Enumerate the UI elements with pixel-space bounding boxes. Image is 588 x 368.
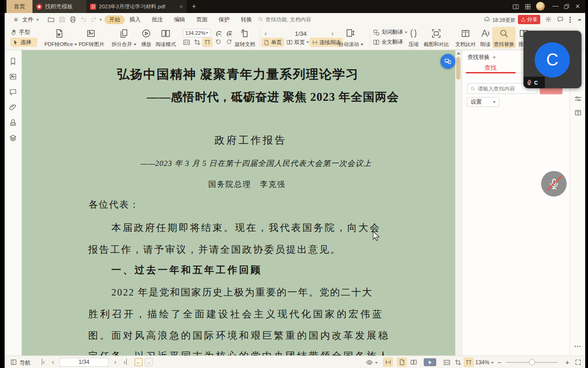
statusbar-fit-page-icon[interactable] (454, 359, 462, 366)
split-merge-button[interactable]: 拆分合并 (110, 41, 137, 48)
prev-page-button[interactable]: ‹ (52, 359, 54, 365)
tab-docer[interactable]: 找稻壳模板 (32, 0, 86, 13)
zoom-plus-button[interactable]: + (565, 358, 569, 366)
statusbar-double-page-icon[interactable] (410, 359, 417, 366)
new-tab-button[interactable]: + (189, 2, 199, 11)
auto-scroll-button[interactable]: 自动滚动 (338, 41, 364, 48)
actual-size-icon[interactable] (183, 39, 190, 46)
compress-button[interactable]: 压缩 (408, 41, 419, 48)
history-back-button[interactable]: ← (135, 358, 142, 366)
first-page-button[interactable]: ‹ (42, 359, 45, 365)
hand-tool-button[interactable]: 手型 (10, 28, 30, 36)
next-page-button[interactable]: › (114, 359, 116, 365)
save-icon[interactable] (58, 16, 66, 23)
feedback-comment-icon[interactable] (557, 16, 564, 23)
zoom-minus-button[interactable]: − (498, 359, 501, 366)
statusbar-zoom-value[interactable]: 134% (475, 359, 490, 366)
menu-tab-insert[interactable]: 插入 (129, 16, 141, 24)
pdf-to-office-button[interactable]: PDF转Office (42, 41, 79, 48)
navigation-panel-icon[interactable] (10, 359, 17, 366)
adjust-sliders-icon[interactable] (574, 95, 582, 103)
zoom-in-icon[interactable] (225, 29, 232, 36)
select-tool-button[interactable]: 选择 (10, 38, 37, 47)
double-page-button[interactable]: 双页 (285, 38, 310, 47)
redo-icon[interactable] (90, 16, 97, 23)
share-button[interactable]: 分享 (518, 15, 540, 24)
settings-gear-icon[interactable] (545, 16, 552, 23)
find-replace-button[interactable]: 查找替换 (493, 41, 515, 48)
last-page-button[interactable]: › (123, 359, 127, 365)
hamburger-icon[interactable]: ≡ (14, 16, 18, 23)
scroll-up-arrow-icon[interactable] (457, 52, 460, 54)
layers-icon[interactable] (9, 134, 17, 142)
statusbar-continuous-icon[interactable] (385, 359, 392, 366)
reader-panel-icon[interactable] (574, 109, 582, 117)
mic-toggle-button[interactable] (541, 171, 567, 197)
minimize-button[interactable]: — (552, 2, 559, 9)
word-translate-button[interactable]: 划词翻译 (373, 29, 407, 36)
tab-close-icon[interactable]: × (179, 3, 183, 10)
menu-file[interactable]: 文件 (22, 16, 33, 24)
apps-grid-icon[interactable] (524, 3, 531, 10)
statusbar-play-button[interactable] (424, 358, 436, 366)
statusbar-fit-width-icon[interactable] (465, 359, 472, 366)
doc-compare-button[interactable]: 文档比对 (454, 41, 477, 48)
full-translate-button[interactable]: 全文翻译 (373, 39, 403, 46)
zoom-value-box[interactable]: 134.22% (183, 29, 211, 37)
collapse-ribbon-icon[interactable] (578, 19, 582, 20)
menu-tab-edit[interactable]: 编辑 (174, 16, 185, 24)
zoom-slider-knob[interactable] (529, 359, 535, 365)
scrollbar-track[interactable] (455, 50, 462, 355)
layout-panes-icon[interactable] (512, 3, 519, 10)
rotate-left-icon[interactable] (215, 39, 222, 46)
fullscreen-icon[interactable] (575, 359, 582, 366)
panel-title-caret-icon[interactable] (493, 57, 496, 59)
statusbar-actual-size-icon[interactable] (443, 359, 451, 366)
read-mode-button[interactable]: 阅读模式 (155, 41, 177, 48)
menu-tab-comment[interactable]: 批注 (152, 16, 163, 24)
zoom-out-icon[interactable] (214, 29, 221, 36)
settings-select[interactable]: 设置 (467, 97, 499, 107)
zoom-caret-icon[interactable] (491, 362, 494, 364)
toolbar-page-indicator[interactable]: 1/34 (274, 30, 328, 37)
screenshot-compare-button[interactable]: 截图和对比 (423, 41, 449, 48)
statusbar-single-page-icon[interactable] (399, 359, 406, 366)
rotate-right-icon[interactable] (226, 39, 233, 46)
prev-page-chevron[interactable]: ‹ (265, 30, 267, 37)
play-button[interactable]: 播放 (141, 41, 152, 48)
global-search-input[interactable] (265, 15, 358, 24)
pdf-to-image-button[interactable]: PDF转图片 (78, 41, 105, 48)
menu-tab-start[interactable]: 开始 (104, 15, 125, 24)
bookmarks-icon[interactable] (9, 57, 17, 66)
rotate-doc-button[interactable]: 旋转文档 (234, 41, 256, 48)
restore-window-icon[interactable] (563, 3, 570, 10)
close-window-button[interactable]: × (575, 2, 580, 11)
menu-tab-page[interactable]: 页面 (196, 16, 207, 24)
menu-tab-convert[interactable]: 转换 (241, 16, 252, 24)
account-avatar[interactable] (536, 2, 545, 11)
fit-page-icon[interactable] (194, 39, 201, 46)
rail-more-icon[interactable] (577, 346, 578, 347)
comments-icon[interactable] (9, 88, 17, 96)
print-icon[interactable] (69, 16, 77, 23)
fit-width-icon[interactable] (204, 39, 211, 46)
tab-document-active[interactable]: 2023年3月理论学习材料.pdf × (86, 0, 187, 13)
undo-icon[interactable] (80, 16, 87, 23)
eye-protect-caret-icon[interactable] (375, 362, 378, 364)
scrollbar-thumb[interactable] (456, 57, 460, 79)
history-forward-button[interactable]: → (145, 358, 153, 366)
more-options-icon[interactable] (569, 19, 571, 20)
next-page-chevron[interactable]: › (331, 30, 334, 37)
single-page-button[interactable]: 单页 (261, 38, 284, 47)
thumbnails-icon[interactable] (9, 72, 17, 81)
menu-tab-protect[interactable]: 保护 (219, 16, 230, 24)
open-folder-icon[interactable] (47, 16, 55, 23)
quickbar-caret-icon[interactable] (99, 19, 102, 21)
tab-find[interactable]: 查找 (485, 64, 497, 72)
stamp-icon[interactable] (9, 118, 17, 127)
navigation-label[interactable]: 导航 (19, 359, 31, 367)
device-sync-button[interactable] (440, 54, 455, 69)
statusbar-page-box[interactable]: 1/34 (59, 358, 109, 367)
video-call-overlay[interactable]: C C (523, 31, 582, 88)
eye-protect-icon[interactable] (366, 359, 373, 366)
